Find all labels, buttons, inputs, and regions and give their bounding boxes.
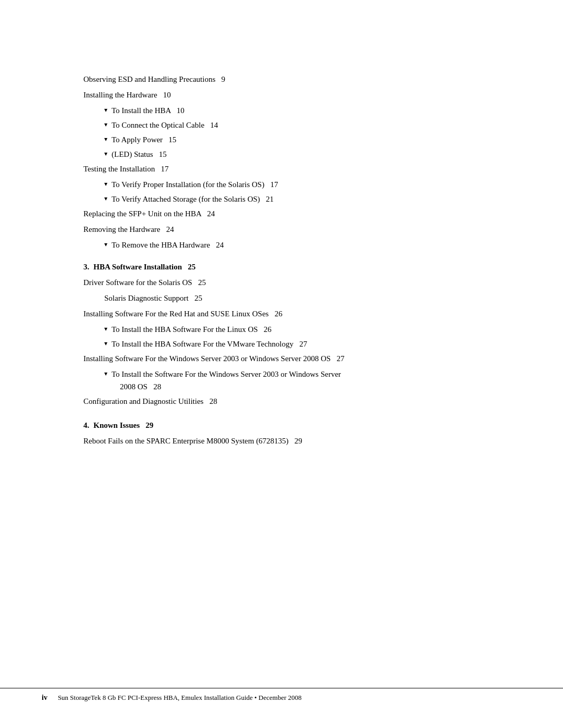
- bullet-icon: ▾: [104, 369, 107, 379]
- footer-page-label: iv: [42, 694, 47, 702]
- toc-bullet-item: ▾ To Verify Proper Installation (for the…: [104, 178, 480, 191]
- toc-item-text: To Verify Proper Installation (for the S…: [112, 178, 278, 191]
- toc-item-text: To Install the HBA Software For the VMwa…: [112, 338, 307, 350]
- toc-item-text: To Install the HBA Software For the Linu…: [112, 323, 272, 336]
- page: Observing ESD and Handling Precautions 9…: [0, 0, 563, 728]
- toc-item-text: To Remove the HBA Hardware 24: [112, 239, 224, 251]
- toc-item: Observing ESD and Handling Precautions 9: [83, 73, 480, 85]
- toc-item-text: To Apply Power 15: [112, 133, 176, 146]
- toc-item-text: To Connect the Optical Cable 14: [112, 119, 218, 131]
- chapter-3-heading: 3.HBA Software Installation 25: [83, 261, 480, 273]
- toc-item: Installing Software For the Windows Serv…: [83, 352, 480, 365]
- chapter-3-page: 25: [188, 263, 195, 271]
- chapter-4-heading: 4.Known Issues 29: [83, 419, 480, 431]
- toc-bullet-item: ▾ To Connect the Optical Cable 14: [104, 119, 480, 131]
- toc-item-text: To Verify Attached Storage (for the Sola…: [112, 193, 274, 205]
- toc-bullet-item: ▾ To Verify Attached Storage (for the So…: [104, 193, 480, 205]
- toc-item-text: Installing Software For the Windows Serv…: [83, 354, 345, 363]
- toc-item: Replacing the SFP+ Unit on the HBA 24: [83, 207, 480, 220]
- bullet-icon: ▾: [104, 339, 107, 349]
- bullet-icon: ▾: [104, 240, 107, 250]
- page-footer: iv Sun StorageTek 8 Gb FC PCI-Express HB…: [0, 688, 563, 702]
- toc-bullet-item: ▾ To Install the HBA Software For the VM…: [104, 338, 480, 350]
- toc-item-text: Reboot Fails on the SPARC Enterprise M80…: [83, 437, 302, 445]
- toc-item: Configuration and Diagnostic Utilities 2…: [83, 395, 480, 408]
- toc-content: Observing ESD and Handling Precautions 9…: [83, 73, 480, 447]
- chapter-4-page: 29: [145, 421, 153, 429]
- chapter-3-num: 3.: [83, 263, 89, 271]
- toc-item-text: To Install the HBA 10: [112, 104, 185, 117]
- bullet-icon: ▾: [104, 194, 107, 204]
- toc-item-text: To Install the Software For the Windows …: [112, 368, 341, 393]
- toc-bullet-item: ▾ To Install the HBA Software For the Li…: [104, 323, 480, 336]
- bullet-icon: ▾: [104, 324, 107, 334]
- bullet-icon: ▾: [104, 134, 107, 144]
- toc-item: Removing the Hardware 24: [83, 223, 480, 236]
- toc-item-text: (LED) Status 15: [112, 148, 167, 161]
- toc-bullet-item: ▾ To Install the HBA 10: [104, 104, 480, 117]
- toc-item-text: Removing the Hardware 24: [83, 225, 174, 233]
- toc-item-text: Installing Software For the Red Hat and …: [83, 310, 283, 318]
- toc-item: Testing the Installation 17: [83, 163, 480, 175]
- bullet-icon: ▾: [104, 120, 107, 130]
- bullet-icon: ▾: [104, 105, 107, 115]
- bullet-icon: ▾: [104, 179, 107, 189]
- toc-item: Reboot Fails on the SPARC Enterprise M80…: [83, 435, 480, 447]
- footer-text: Sun StorageTek 8 Gb FC PCI-Express HBA, …: [58, 694, 302, 702]
- toc-item-text: Installing the Hardware 10: [83, 91, 171, 99]
- toc-item-text: Testing the Installation 17: [83, 165, 169, 173]
- toc-bullet-item: ▾ (LED) Status 15: [104, 148, 480, 161]
- toc-item-text: Replacing the SFP+ Unit on the HBA 24: [83, 209, 215, 218]
- toc-item: Installing the Hardware 10: [83, 89, 480, 101]
- toc-bullet-item: ▾ To Apply Power 15: [104, 133, 480, 146]
- chapter-4-title: Known Issues: [93, 421, 140, 429]
- toc-item-text: Driver Software for the Solaris OS 25: [83, 278, 206, 287]
- chapter-3-title: HBA Software Installation: [93, 263, 182, 271]
- toc-item-text: Solaris Diagnostic Support 25: [104, 294, 202, 302]
- toc-item-text: Observing ESD and Handling Precautions 9: [83, 75, 225, 83]
- bullet-icon: ▾: [104, 149, 107, 159]
- toc-bullet-item: ▾ To Install the Software For the Window…: [104, 368, 480, 393]
- toc-item: Driver Software for the Solaris OS 25: [83, 276, 480, 289]
- toc-bullet-item: ▾ To Remove the HBA Hardware 24: [104, 239, 480, 251]
- toc-item-text: Configuration and Diagnostic Utilities 2…: [83, 397, 217, 405]
- chapter-4-num: 4.: [83, 421, 89, 429]
- toc-subitem: Solaris Diagnostic Support 25: [104, 292, 480, 304]
- toc-item: Installing Software For the Red Hat and …: [83, 307, 480, 320]
